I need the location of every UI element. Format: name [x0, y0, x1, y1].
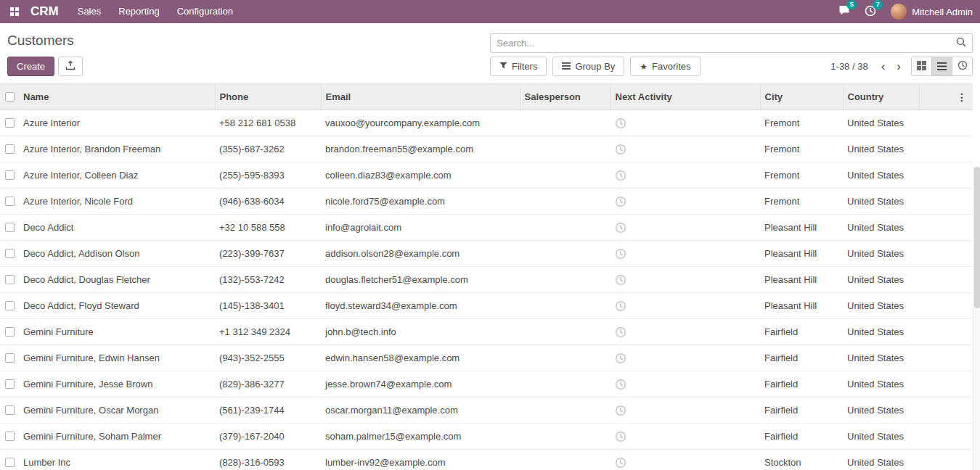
cell-salesperson[interactable]	[520, 162, 611, 189]
row-checkbox[interactable]	[5, 170, 15, 180]
table-row[interactable]: Gemini Furniture +1 312 349 2324 john.b@…	[0, 319, 973, 345]
activities-button[interactable]: 7	[865, 5, 876, 19]
cell-name[interactable]: Gemini Furniture, Jesse Brown	[19, 371, 215, 397]
table-row[interactable]: Lumber Inc (828)-316-0593 lumber-inv92@e…	[0, 450, 973, 470]
row-checkbox-cell[interactable]	[0, 162, 19, 189]
cell-email[interactable]: nicole.ford75@example.com	[321, 189, 520, 215]
cell-phone[interactable]: (943)-352-2555	[215, 345, 321, 371]
cell-email[interactable]: john.b@tech.info	[321, 319, 520, 345]
cell-city[interactable]: Fremont	[760, 162, 843, 189]
cell-next-activity[interactable]	[611, 397, 760, 424]
next-activity-clock-icon[interactable]	[615, 195, 626, 206]
cell-country[interactable]: United States	[843, 189, 919, 215]
menu-item-configuration[interactable]: Configuration	[168, 0, 242, 23]
row-checkbox-cell[interactable]	[0, 215, 19, 241]
cell-country[interactable]: United States	[843, 424, 919, 450]
column-header-name[interactable]: Name	[19, 84, 215, 110]
cell-country[interactable]: United States	[843, 450, 919, 470]
row-checkbox[interactable]	[5, 379, 15, 389]
cell-city[interactable]: Fairfield	[760, 424, 843, 450]
list-view-button[interactable]	[931, 57, 952, 76]
cell-country[interactable]: United States	[843, 110, 919, 136]
table-row[interactable]: Deco Addict, Floyd Steward (145)-138-340…	[0, 293, 973, 319]
cell-salesperson[interactable]	[520, 319, 611, 345]
row-checkbox[interactable]	[5, 353, 15, 363]
cell-next-activity[interactable]	[611, 189, 760, 215]
cell-next-activity[interactable]	[611, 241, 760, 267]
cell-name[interactable]: Lumber Inc	[19, 450, 215, 470]
next-activity-clock-icon[interactable]	[615, 117, 626, 128]
row-checkbox[interactable]	[5, 405, 15, 415]
next-activity-clock-icon[interactable]	[615, 430, 626, 441]
table-row[interactable]: Azure Interior, Brandon Freeman (355)-68…	[0, 136, 973, 162]
cell-salesperson[interactable]	[520, 136, 611, 162]
row-checkbox-cell[interactable]	[0, 110, 19, 136]
group-by-button[interactable]: Group By	[552, 57, 624, 76]
cell-next-activity[interactable]	[611, 136, 760, 162]
select-all-checkbox[interactable]	[5, 92, 15, 102]
cell-salesperson[interactable]	[520, 424, 611, 450]
cell-city[interactable]: Fairfield	[760, 319, 843, 345]
cell-salesperson[interactable]	[520, 267, 611, 293]
cell-city[interactable]: Pleasant Hill	[760, 215, 843, 241]
cell-next-activity[interactable]	[611, 345, 760, 371]
next-activity-clock-icon[interactable]	[615, 143, 626, 154]
cell-next-activity[interactable]	[611, 110, 760, 136]
table-row[interactable]: Gemini Furniture, Oscar Morgan (561)-239…	[0, 397, 973, 424]
next-activity-clock-icon[interactable]	[615, 326, 626, 337]
cell-email[interactable]: colleen.diaz83@example.com	[321, 162, 520, 189]
cell-salesperson[interactable]	[520, 450, 611, 470]
vertical-scrollbar[interactable]: ▼	[973, 167, 980, 470]
cell-salesperson[interactable]	[520, 371, 611, 397]
cell-next-activity[interactable]	[611, 215, 760, 241]
row-checkbox-cell[interactable]	[0, 241, 19, 267]
cell-phone[interactable]: (829)-386-3277	[215, 371, 321, 397]
optional-columns-toggle[interactable]: ⋮	[957, 91, 967, 103]
cell-city[interactable]: Fremont	[760, 136, 843, 162]
row-checkbox[interactable]	[5, 144, 15, 154]
row-checkbox-cell[interactable]	[0, 450, 19, 470]
menu-item-reporting[interactable]: Reporting	[110, 0, 168, 23]
cell-next-activity[interactable]	[611, 371, 760, 397]
cell-email[interactable]: vauxoo@yourcompany.example.com	[321, 110, 520, 136]
row-checkbox-cell[interactable]	[0, 397, 19, 424]
row-checkbox[interactable]	[5, 249, 15, 258]
pager-next-button[interactable]: ›	[891, 57, 907, 75]
cell-phone[interactable]: (132)-553-7242	[215, 267, 321, 293]
cell-city[interactable]: Fairfield	[760, 371, 843, 397]
cell-country[interactable]: United States	[843, 371, 919, 397]
cell-name[interactable]: Deco Addict, Douglas Fletcher	[19, 267, 215, 293]
messages-button[interactable]: 5	[838, 5, 850, 18]
cell-country[interactable]: United States	[843, 215, 919, 241]
column-header-country[interactable]: Country	[843, 84, 919, 110]
cell-salesperson[interactable]	[520, 241, 611, 267]
cell-next-activity[interactable]	[611, 293, 760, 319]
cell-next-activity[interactable]	[611, 424, 760, 450]
column-header-email[interactable]: Email	[321, 84, 520, 110]
cell-salesperson[interactable]	[520, 397, 611, 424]
table-row[interactable]: Azure Interior +58 212 681 0538 vauxoo@y…	[0, 110, 973, 136]
table-row[interactable]: Gemini Furniture, Soham Palmer (379)-167…	[0, 424, 973, 450]
favorites-button[interactable]: ★ Favorites	[630, 57, 700, 76]
cell-phone[interactable]: +58 212 681 0538	[215, 110, 321, 136]
table-row[interactable]: Gemini Furniture, Edwin Hansen (943)-352…	[0, 345, 973, 371]
create-button[interactable]: Create	[7, 57, 54, 76]
row-checkbox-cell[interactable]	[0, 424, 19, 450]
cell-phone[interactable]: +32 10 588 558	[215, 215, 321, 241]
row-checkbox-cell[interactable]	[0, 136, 19, 162]
table-row[interactable]: Deco Addict, Douglas Fletcher (132)-553-…	[0, 267, 973, 293]
row-checkbox-cell[interactable]	[0, 319, 19, 345]
filters-button[interactable]: Filters	[490, 57, 547, 76]
row-checkbox-cell[interactable]	[0, 267, 19, 293]
cell-salesperson[interactable]	[520, 293, 611, 319]
cell-next-activity[interactable]	[611, 319, 760, 345]
cell-phone[interactable]: (223)-399-7637	[215, 241, 321, 267]
next-activity-clock-icon[interactable]	[615, 221, 626, 232]
cell-phone[interactable]: (355)-687-3262	[215, 136, 321, 162]
cell-email[interactable]: jesse.brown74@example.com	[321, 371, 520, 397]
app-name[interactable]: CRM	[30, 4, 59, 19]
next-activity-clock-icon[interactable]	[615, 456, 626, 467]
search-input[interactable]	[497, 38, 956, 49]
cell-country[interactable]: United States	[843, 293, 919, 319]
cell-name[interactable]: Azure Interior, Brandon Freeman	[19, 136, 215, 162]
